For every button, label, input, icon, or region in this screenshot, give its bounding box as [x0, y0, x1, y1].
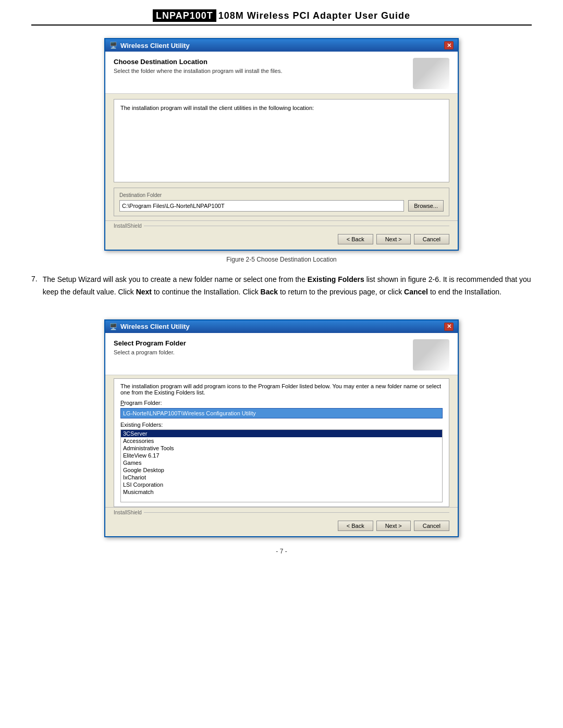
folder-item[interactable]: Google Desktop — [121, 466, 442, 474]
para7-text3: to continue the Installation. Click — [152, 288, 261, 296]
dialog2: 🖥️ Wireless Client Utility ✕ Select Prog… — [104, 319, 459, 537]
page-number: - 7 - — [31, 548, 532, 555]
para7-text5: to end the Installation. — [428, 288, 501, 296]
dialog2-content-text: The installation program will add progra… — [120, 383, 441, 396]
dialog1-back-button[interactable]: < Back — [338, 234, 373, 244]
para7-bold2: Next — [136, 288, 152, 296]
dialog1-next-button[interactable]: Next > — [376, 234, 411, 244]
folder-item[interactable]: Games — [121, 459, 442, 466]
dialog2-title-left: 🖥️ Wireless Client Utility — [109, 323, 190, 330]
dialog1-buttons: < Back Next > Cancel — [105, 231, 458, 250]
folder-item[interactable]: LSI Corporation — [121, 481, 442, 488]
dialog1-titlebar: 🖥️ Wireless Client Utility ✕ — [105, 39, 458, 52]
para7-text1: The Setup Wizard will ask you to create … — [43, 275, 308, 283]
dialog2-header-title: Select Program Folder — [114, 339, 408, 347]
program-folder-input[interactable] — [120, 408, 443, 418]
model-name: LNPAP100T — [153, 9, 216, 22]
dialog1-cancel-button[interactable]: Cancel — [414, 234, 449, 244]
destination-path: C:\Program Files\LG-Nortel\LNPAP100T — [119, 200, 404, 212]
dialog1-header-title: Choose Destination Location — [114, 58, 408, 66]
installshield-bar1: InstallShield — [105, 220, 458, 231]
para7-bold3: Back — [261, 288, 278, 296]
page-title: LNPAP100T108M Wireless PCI Adapter User … — [31, 10, 532, 26]
folder-item[interactable]: 3CServer — [121, 430, 442, 437]
dialog2-content: The installation program will add progra… — [114, 378, 449, 507]
dialog2-header-text: Select Program Folder Select a program f… — [114, 339, 408, 355]
dialog1-header-text: Choose Destination Location Select the f… — [114, 58, 408, 74]
dialog1-header-subtitle: Select the folder where the installation… — [114, 68, 408, 74]
installshield-label2: InstallShield — [114, 510, 142, 515]
dialog1-close-button[interactable]: ✕ — [444, 41, 454, 50]
dialog1: 🖥️ Wireless Client Utility ✕ Choose Dest… — [104, 38, 459, 251]
dialog2-header-subtitle: Select a program folder. — [114, 349, 408, 355]
destination-label: Destination Folder — [119, 192, 444, 198]
dialog1-header: Choose Destination Location Select the f… — [105, 52, 458, 94]
folder-item[interactable]: IxChariot — [121, 474, 442, 481]
dialog2-body: Select Program Folder Select a program f… — [105, 333, 458, 536]
dialog2-title-icon: 🖥️ — [109, 323, 117, 330]
dialog2-close-button[interactable]: ✕ — [444, 323, 454, 331]
destination-row: C:\Program Files\LG-Nortel\LNPAP100T Bro… — [119, 200, 444, 212]
paragraph7: The Setup Wizard will ask you to create … — [43, 274, 532, 299]
installshield-label1: InstallShield — [114, 223, 142, 229]
installshield-bar2: InstallShield — [105, 507, 458, 517]
dialog2-buttons: < Back Next > Cancel — [105, 517, 458, 536]
dialog1-content-text: The installation program will install th… — [120, 105, 314, 111]
folder-item[interactable]: Accessories — [121, 437, 442, 445]
program-folder-label: Program Folder: — [120, 400, 443, 406]
dialog2-titlebar: 🖥️ Wireless Client Utility ✕ — [105, 320, 458, 333]
existing-folders-label: Existing Folders: — [120, 422, 443, 428]
para7-bold4: Cancel — [404, 288, 428, 296]
dialog2-next-button[interactable]: Next > — [376, 521, 411, 531]
dialog1-title-left: 🖥️ Wireless Client Utility — [109, 42, 190, 50]
figure1-caption: Figure 2-5 Choose Destination Location — [31, 256, 532, 263]
folders-list[interactable]: 3CServerAccessoriesAdministrative ToolsE… — [120, 429, 443, 502]
dialog1-body: Choose Destination Location Select the f… — [105, 52, 458, 250]
folder-item[interactable]: Administrative Tools — [121, 445, 442, 452]
dialog1-title-icon: 🖥️ — [109, 42, 117, 49]
folder-item[interactable]: Musicmatch — [121, 488, 442, 496]
para7-bold1: Existing Folders — [308, 275, 364, 283]
dialog2-back-button[interactable]: < Back — [338, 521, 373, 531]
para7-number: 7. — [31, 275, 38, 309]
dialog2-header: Select Program Folder Select a program f… — [105, 333, 458, 375]
dialog1-content: The installation program will install th… — [114, 99, 449, 182]
folder-item[interactable]: EliteView 6.17 — [121, 452, 442, 459]
dialog1-title-text: Wireless Client Utility — [120, 42, 190, 50]
browse-button[interactable]: Browse... — [408, 200, 444, 212]
dialog2-title-text: Wireless Client Utility — [120, 323, 190, 330]
program-folder-label-text: rogram Folder: — [124, 400, 162, 406]
destination-group: Destination Folder C:\Program Files\LG-N… — [114, 188, 449, 216]
dialog2-cancel-button[interactable]: Cancel — [414, 521, 449, 531]
para7-text4: to return to the previous page, or click — [278, 288, 404, 296]
dialog1-header-icon — [413, 58, 449, 89]
dialog1-destination: Destination Folder C:\Program Files\LG-N… — [114, 188, 449, 216]
program-folder-section: Program Folder: Existing Folders: 3CServ… — [120, 396, 443, 502]
dialog2-header-icon — [413, 339, 449, 371]
